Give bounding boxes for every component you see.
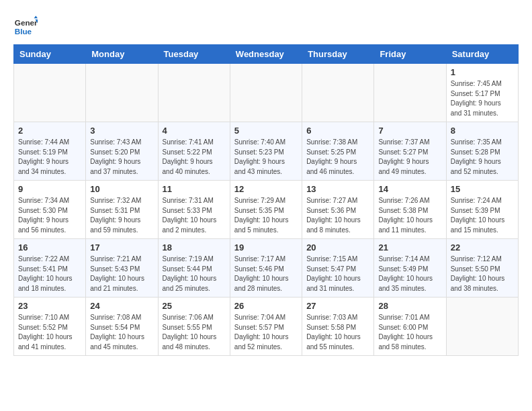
day-number: 6 — [306, 126, 369, 136]
day-info: Sunrise: 7:03 AM Sunset: 5:58 PM Dayligh… — [306, 313, 369, 352]
day-number: 27 — [306, 301, 369, 311]
day-number: 17 — [90, 242, 153, 253]
day-number: 7 — [378, 126, 441, 136]
day-number: 1 — [451, 67, 514, 77]
day-cell: 6Sunrise: 7:38 AM Sunset: 5:25 PM Daylig… — [302, 122, 374, 181]
day-cell: 21Sunrise: 7:14 AM Sunset: 5:49 PM Dayli… — [374, 239, 446, 298]
day-number: 3 — [90, 126, 153, 136]
day-info: Sunrise: 7:40 AM Sunset: 5:23 PM Dayligh… — [234, 138, 298, 177]
day-cell: 12Sunrise: 7:29 AM Sunset: 5:35 PM Dayli… — [230, 181, 302, 239]
day-info: Sunrise: 7:31 AM Sunset: 5:33 PM Dayligh… — [163, 196, 226, 235]
day-cell: 17Sunrise: 7:21 AM Sunset: 5:43 PM Dayli… — [86, 239, 158, 298]
day-cell — [14, 64, 86, 122]
day-number: 14 — [378, 184, 441, 194]
day-cell: 23Sunrise: 7:10 AM Sunset: 5:52 PM Dayli… — [14, 298, 86, 356]
day-number: 22 — [451, 242, 514, 253]
day-info: Sunrise: 7:06 AM Sunset: 5:55 PM Dayligh… — [163, 313, 226, 352]
day-info: Sunrise: 7:10 AM Sunset: 5:52 PM Dayligh… — [18, 313, 81, 352]
day-info: Sunrise: 7:43 AM Sunset: 5:20 PM Dayligh… — [90, 138, 153, 177]
week-row-2: 2Sunrise: 7:44 AM Sunset: 5:19 PM Daylig… — [14, 122, 519, 181]
day-number: 12 — [234, 184, 298, 194]
day-info: Sunrise: 7:17 AM Sunset: 5:46 PM Dayligh… — [234, 255, 298, 293]
day-info: Sunrise: 7:08 AM Sunset: 5:54 PM Dayligh… — [90, 313, 153, 352]
day-info: Sunrise: 7:19 AM Sunset: 5:44 PM Dayligh… — [163, 255, 226, 293]
week-row-1: 1Sunrise: 7:45 AM Sunset: 5:17 PM Daylig… — [14, 64, 519, 122]
day-cell — [158, 64, 230, 122]
header: General Blue — [13, 13, 519, 38]
day-cell: 24Sunrise: 7:08 AM Sunset: 5:54 PM Dayli… — [86, 298, 158, 356]
day-number: 28 — [378, 301, 441, 311]
day-info: Sunrise: 7:04 AM Sunset: 5:57 PM Dayligh… — [234, 313, 298, 352]
day-info: Sunrise: 7:45 AM Sunset: 5:17 PM Dayligh… — [451, 79, 514, 118]
weekday-header-thursday: Thursday — [302, 45, 374, 64]
day-info: Sunrise: 7:32 AM Sunset: 5:31 PM Dayligh… — [90, 196, 153, 235]
day-cell: 11Sunrise: 7:31 AM Sunset: 5:33 PM Dayli… — [158, 181, 230, 239]
day-cell: 9Sunrise: 7:34 AM Sunset: 5:30 PM Daylig… — [14, 181, 86, 239]
day-number: 13 — [306, 184, 369, 194]
week-row-3: 9Sunrise: 7:34 AM Sunset: 5:30 PM Daylig… — [14, 181, 519, 239]
day-cell: 13Sunrise: 7:27 AM Sunset: 5:36 PM Dayli… — [302, 181, 374, 239]
week-row-4: 16Sunrise: 7:22 AM Sunset: 5:41 PM Dayli… — [14, 239, 519, 298]
day-number: 11 — [163, 184, 226, 194]
day-cell: 3Sunrise: 7:43 AM Sunset: 5:20 PM Daylig… — [86, 122, 158, 181]
logo: General Blue — [13, 13, 38, 38]
day-info: Sunrise: 7:44 AM Sunset: 5:19 PM Dayligh… — [18, 138, 81, 177]
weekday-header-tuesday: Tuesday — [158, 45, 230, 64]
day-cell: 4Sunrise: 7:41 AM Sunset: 5:22 PM Daylig… — [158, 122, 230, 181]
day-cell: 8Sunrise: 7:35 AM Sunset: 5:28 PM Daylig… — [446, 122, 518, 181]
day-cell — [302, 64, 374, 122]
weekday-header-row: SundayMondayTuesdayWednesdayThursdayFrid… — [14, 45, 519, 64]
day-number: 25 — [163, 301, 226, 311]
weekday-header-wednesday: Wednesday — [230, 45, 302, 64]
day-number: 23 — [18, 301, 81, 311]
day-info: Sunrise: 7:34 AM Sunset: 5:30 PM Dayligh… — [18, 196, 81, 235]
day-cell: 27Sunrise: 7:03 AM Sunset: 5:58 PM Dayli… — [302, 298, 374, 356]
day-info: Sunrise: 7:27 AM Sunset: 5:36 PM Dayligh… — [306, 196, 369, 235]
weekday-header-monday: Monday — [86, 45, 158, 64]
day-info: Sunrise: 7:15 AM Sunset: 5:47 PM Dayligh… — [306, 255, 369, 293]
day-cell: 18Sunrise: 7:19 AM Sunset: 5:44 PM Dayli… — [158, 239, 230, 298]
day-cell: 10Sunrise: 7:32 AM Sunset: 5:31 PM Dayli… — [86, 181, 158, 239]
day-number: 5 — [234, 126, 298, 136]
day-cell — [446, 298, 518, 356]
day-info: Sunrise: 7:37 AM Sunset: 5:27 PM Dayligh… — [378, 138, 441, 177]
day-number: 24 — [90, 301, 153, 311]
day-info: Sunrise: 7:26 AM Sunset: 5:38 PM Dayligh… — [378, 196, 441, 235]
day-number: 21 — [378, 242, 441, 253]
calendar: SundayMondayTuesdayWednesdayThursdayFrid… — [13, 44, 519, 356]
day-cell: 19Sunrise: 7:17 AM Sunset: 5:46 PM Dayli… — [230, 239, 302, 298]
day-number: 26 — [234, 301, 298, 311]
day-cell: 15Sunrise: 7:24 AM Sunset: 5:39 PM Dayli… — [446, 181, 518, 239]
day-number: 19 — [234, 242, 298, 253]
day-cell: 28Sunrise: 7:01 AM Sunset: 6:00 PM Dayli… — [374, 298, 446, 356]
day-number: 10 — [90, 184, 153, 194]
day-cell: 25Sunrise: 7:06 AM Sunset: 5:55 PM Dayli… — [158, 298, 230, 356]
day-cell — [86, 64, 158, 122]
day-info: Sunrise: 7:29 AM Sunset: 5:35 PM Dayligh… — [234, 196, 298, 235]
day-number: 2 — [18, 126, 81, 136]
day-cell — [374, 64, 446, 122]
weekday-header-saturday: Saturday — [446, 45, 518, 64]
day-number: 16 — [18, 242, 81, 253]
day-cell — [230, 64, 302, 122]
day-number: 18 — [163, 242, 226, 253]
day-info: Sunrise: 7:24 AM Sunset: 5:39 PM Dayligh… — [451, 196, 514, 235]
day-number: 15 — [451, 184, 514, 194]
day-info: Sunrise: 7:14 AM Sunset: 5:49 PM Dayligh… — [378, 255, 441, 293]
weekday-header-friday: Friday — [374, 45, 446, 64]
day-info: Sunrise: 7:35 AM Sunset: 5:28 PM Dayligh… — [451, 138, 514, 177]
day-cell: 2Sunrise: 7:44 AM Sunset: 5:19 PM Daylig… — [14, 122, 86, 181]
day-number: 9 — [18, 184, 81, 194]
day-cell: 5Sunrise: 7:40 AM Sunset: 5:23 PM Daylig… — [230, 122, 302, 181]
day-number: 20 — [306, 242, 369, 253]
day-cell: 16Sunrise: 7:22 AM Sunset: 5:41 PM Dayli… — [14, 239, 86, 298]
day-info: Sunrise: 7:01 AM Sunset: 6:00 PM Dayligh… — [378, 313, 441, 352]
logo-icon: General Blue — [13, 13, 38, 38]
day-cell: 7Sunrise: 7:37 AM Sunset: 5:27 PM Daylig… — [374, 122, 446, 181]
day-cell: 14Sunrise: 7:26 AM Sunset: 5:38 PM Dayli… — [374, 181, 446, 239]
day-number: 8 — [451, 126, 514, 136]
week-row-5: 23Sunrise: 7:10 AM Sunset: 5:52 PM Dayli… — [14, 298, 519, 356]
day-number: 4 — [163, 126, 226, 136]
day-cell: 26Sunrise: 7:04 AM Sunset: 5:57 PM Dayli… — [230, 298, 302, 356]
day-info: Sunrise: 7:38 AM Sunset: 5:25 PM Dayligh… — [306, 138, 369, 177]
